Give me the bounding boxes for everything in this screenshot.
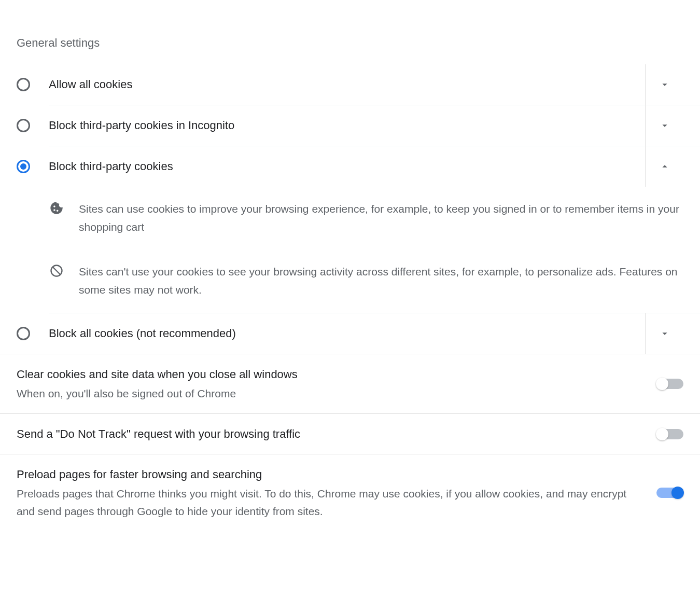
cookie-option-block-third-party[interactable]: Block third-party cookies	[0, 146, 700, 187]
expand-button[interactable]	[645, 64, 683, 105]
svg-line-1	[53, 267, 61, 275]
radio-label: Block third-party cookies in Incognito	[49, 119, 645, 132]
toggle-switch[interactable]	[656, 488, 683, 498]
expand-button[interactable]	[645, 105, 683, 146]
cookie-icon	[49, 200, 64, 216]
cookie-option-block-third-party-incognito[interactable]: Block third-party cookies in Incognito	[0, 105, 700, 146]
detail-text: Sites can't use your cookies to see your…	[79, 263, 683, 299]
toggle-switch[interactable]	[656, 429, 683, 439]
chevron-down-icon	[659, 328, 670, 339]
radio-button[interactable]	[17, 327, 30, 340]
collapse-button[interactable]	[645, 146, 683, 187]
section-header: General settings	[0, 16, 700, 64]
toggle-knob	[656, 428, 668, 440]
chevron-down-icon	[659, 120, 670, 131]
option-details: Sites can use cookies to improve your br…	[49, 187, 700, 313]
toggle-subtitle: Preloads pages that Chrome thinks you mi…	[17, 485, 644, 520]
radio-label: Block third-party cookies	[49, 160, 645, 173]
toggle-text: Clear cookies and site data when you clo…	[17, 366, 644, 403]
radio-button[interactable]	[17, 160, 30, 173]
toggle-switch[interactable]	[656, 379, 683, 389]
toggle-text: Preload pages for faster browsing and se…	[17, 466, 644, 520]
detail-text: Sites can use cookies to improve your br…	[79, 200, 683, 236]
detail-item: Sites can use cookies to improve your br…	[49, 187, 700, 249]
radio-label: Block all cookies (not recommended)	[49, 327, 645, 340]
toggle-knob	[671, 487, 684, 499]
toggle-text: Send a "Do Not Track" request with your …	[17, 425, 644, 442]
toggle-title: Clear cookies and site data when you clo…	[17, 366, 644, 383]
radio-dot	[20, 163, 26, 170]
chevron-up-icon	[659, 161, 670, 172]
chevron-down-icon	[659, 79, 670, 90]
expand-button[interactable]	[645, 313, 683, 354]
toggle-title: Send a "Do Not Track" request with your …	[17, 425, 644, 442]
toggle-subtitle: When on, you'll also be signed out of Ch…	[17, 385, 644, 403]
toggle-knob	[656, 378, 668, 390]
toggle-title: Preload pages for faster browsing and se…	[17, 466, 644, 483]
radio-button[interactable]	[17, 78, 30, 91]
toggle-preload-pages[interactable]: Preload pages for faster browsing and se…	[0, 454, 700, 531]
cookie-option-allow-all[interactable]: Allow all cookies	[0, 64, 700, 105]
block-icon	[49, 263, 64, 279]
detail-item: Sites can't use your cookies to see your…	[49, 249, 700, 312]
toggle-do-not-track[interactable]: Send a "Do Not Track" request with your …	[0, 414, 700, 454]
radio-label: Allow all cookies	[49, 78, 645, 91]
radio-button[interactable]	[17, 119, 30, 132]
cookie-option-block-all[interactable]: Block all cookies (not recommended)	[0, 313, 700, 354]
toggle-clear-cookies-on-close[interactable]: Clear cookies and site data when you clo…	[0, 354, 700, 414]
